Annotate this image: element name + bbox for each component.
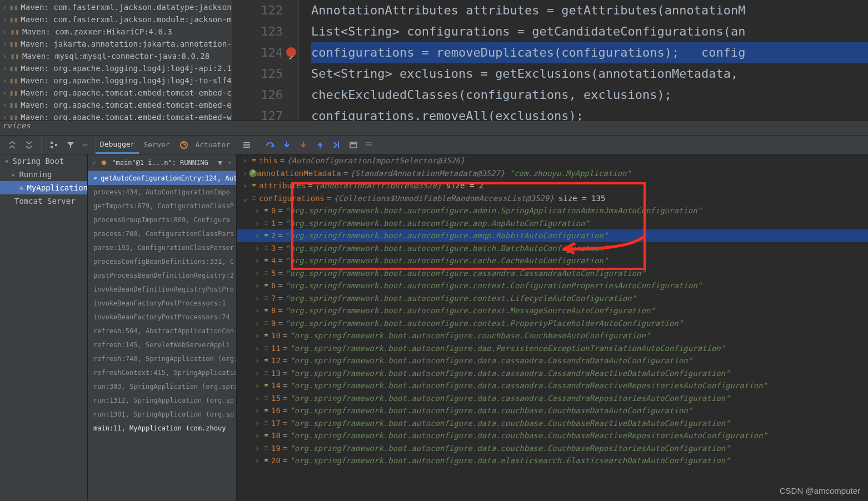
tab-actuator[interactable]: Actuator bbox=[191, 141, 235, 149]
editor-code-area: AnnotationAttributes attributes = getAtt… bbox=[299, 0, 868, 121]
tab-server[interactable]: Server bbox=[139, 141, 174, 149]
stack-frame[interactable]: invokeBeanFactoryPostProcessors:1 bbox=[88, 296, 236, 310]
debugger-toolbar: ⋯ Debugger Server Actuator bbox=[0, 136, 868, 154]
stack-frame[interactable]: main:11, MyApplication (com.zhouy bbox=[88, 421, 236, 435]
stack-frame[interactable]: postProcessBeanDefinitionRegistry:2 bbox=[88, 268, 236, 282]
svg-rect-10 bbox=[366, 144, 372, 146]
step-into-icon[interactable] bbox=[282, 141, 291, 149]
stack-frame[interactable]: invokeBeanFactoryPostProcessors:74 bbox=[88, 310, 236, 324]
force-step-into-icon[interactable] bbox=[299, 141, 308, 149]
variable-row[interactable]: ›≡attributes = {AnnotationAttributes@352… bbox=[237, 179, 868, 192]
tree-view-icon[interactable] bbox=[49, 141, 58, 149]
run-status-running[interactable]: ▸Running bbox=[0, 168, 87, 181]
svg-rect-1 bbox=[51, 146, 53, 148]
tree-item[interactable]: ›▮▮Maven: com.fasterxml.jackson.datatype… bbox=[0, 1, 232, 13]
expand-all-icon[interactable] bbox=[8, 141, 17, 149]
tree-item[interactable]: ›▮▮Maven: mysql:mysql-connector-java:8.0… bbox=[0, 50, 232, 62]
variable-row[interactable]: ›≡12 = "org.springframework.boot.autocon… bbox=[237, 354, 868, 367]
variable-row[interactable]: ›≡11 = "org.springframework.boot.autocon… bbox=[237, 342, 868, 355]
variable-row[interactable]: ›≡13 = "org.springframework.boot.autocon… bbox=[237, 367, 868, 380]
variable-row[interactable]: ›≡8 = "org.springframework.boot.autoconf… bbox=[237, 304, 868, 317]
svg-rect-9 bbox=[366, 142, 372, 143]
variables-panel[interactable]: ›≡this = {AutoConfigurationImportSelecto… bbox=[237, 154, 868, 501]
run-group-springboot[interactable]: ▾Spring Boot bbox=[0, 154, 87, 168]
variable-row[interactable]: ›≡7 = "org.springframework.boot.autoconf… bbox=[237, 292, 868, 305]
code-editor[interactable]: 122123124125126127 AnnotationAttributes … bbox=[232, 0, 868, 121]
tree-item[interactable]: ›▮▮Maven: com.zaxxer:HikariCP:4.0.3 bbox=[0, 26, 232, 38]
variable-row[interactable]: ›≡6 = "org.springframework.boot.autoconf… bbox=[237, 279, 868, 292]
variable-row[interactable]: ›≡2 = "org.springframework.boot.autoconf… bbox=[237, 229, 868, 242]
frames-panel[interactable]: ✓ "main"@1 i...n": RUNNING ▼ ▾ ↶getAutoC… bbox=[88, 154, 237, 501]
stack-frame[interactable]: parse:193, ConfigurationClassParser bbox=[88, 241, 236, 254]
variable-row[interactable]: ›PannotationMetadata = {StandardAnnotati… bbox=[237, 167, 868, 180]
variable-row[interactable]: ›≡16 = "org.springframework.boot.autocon… bbox=[237, 404, 868, 417]
svg-rect-2 bbox=[55, 144, 57, 146]
variable-row[interactable]: ›≡9 = "org.springframework.boot.autoconf… bbox=[237, 317, 868, 330]
svg-rect-4 bbox=[243, 142, 250, 143]
trace-icon[interactable] bbox=[365, 141, 373, 149]
stack-frame[interactable]: processConfigBeanDefinitions:331, C bbox=[88, 254, 236, 268]
tree-item[interactable]: ›▮▮Maven: org.apache.tomcat.embed:tomcat… bbox=[0, 111, 232, 121]
variable-row[interactable]: ›≡this = {AutoConfigurationImportSelecto… bbox=[237, 154, 868, 167]
collapse-all-icon[interactable] bbox=[24, 141, 33, 149]
variable-row[interactable]: ›≡19 = "org.springframework.boot.autocon… bbox=[237, 442, 868, 455]
run-configurations-panel[interactable]: ▾Spring Boot ▸Running ✳MyApplication Tom… bbox=[0, 154, 88, 501]
variable-row[interactable]: ⌄≡configurations = {Collections$Unmodifi… bbox=[237, 192, 868, 205]
svg-rect-8 bbox=[351, 143, 356, 144]
svg-rect-0 bbox=[51, 142, 53, 144]
variable-row[interactable]: ›≡18 = "org.springframework.boot.autocon… bbox=[237, 429, 868, 442]
variable-row[interactable]: ›≡14 = "org.springframework.boot.autocon… bbox=[237, 379, 868, 392]
tree-item[interactable]: ›▮▮Maven: org.apache.tomcat.embed:tomcat… bbox=[0, 87, 232, 99]
variable-row[interactable]: ›≡5 = "org.springframework.boot.autoconf… bbox=[237, 267, 868, 280]
tab-debugger[interactable]: Debugger bbox=[96, 136, 139, 154]
variable-row[interactable]: ›≡20 = "org.springframework.boot.autocon… bbox=[237, 454, 868, 467]
variable-row[interactable]: ›≡0 = "org.springframework.boot.autoconf… bbox=[237, 204, 868, 217]
stack-frame[interactable]: run:1301, SpringApplication (org.sp bbox=[88, 407, 236, 421]
tree-item[interactable]: ›▮▮Maven: org.apache.tomcat.embed:tomcat… bbox=[0, 99, 232, 111]
stack-frame[interactable]: refresh:145, ServletWebServerAppli bbox=[88, 338, 236, 352]
tree-item[interactable]: ›▮▮Maven: com.fasterxml.jackson.module:j… bbox=[0, 13, 232, 26]
run-item-myapplication[interactable]: ✳MyApplication bbox=[0, 181, 87, 194]
services-tab-label[interactable]: rvices bbox=[0, 121, 868, 136]
layout-icon[interactable] bbox=[242, 141, 251, 149]
project-tree[interactable]: ›▮▮Maven: com.fasterxml.jackson.datatype… bbox=[0, 0, 232, 121]
stack-frame[interactable]: run:1312, SpringApplication (org.sp bbox=[88, 393, 236, 407]
step-out-icon[interactable] bbox=[316, 141, 325, 149]
actuator-icon bbox=[179, 141, 188, 149]
stack-frame[interactable]: invokeBeanDefinitionRegistryPostPro bbox=[88, 282, 236, 296]
watermark: CSDN @amcomputer bbox=[780, 486, 860, 495]
tree-item[interactable]: ›▮▮Maven: jakarta.annotation:jakarta.ann… bbox=[0, 38, 232, 50]
stack-frame[interactable]: refresh:740, SpringApplication (org. bbox=[88, 352, 236, 365]
evaluate-expression-icon[interactable] bbox=[349, 141, 358, 149]
stack-frame[interactable]: run:303, SpringApplication (org.spri bbox=[88, 379, 236, 393]
variable-row[interactable]: ›≡15 = "org.springframework.boot.autocon… bbox=[237, 392, 868, 405]
filter-icon[interactable] bbox=[66, 141, 75, 149]
stack-frame[interactable]: refreshContext:415, SpringApplicatio bbox=[88, 365, 236, 379]
stack-frame[interactable]: processGroupImports:809, Configura bbox=[88, 213, 236, 227]
editor-gutter: 122123124125126127 bbox=[232, 0, 299, 121]
step-over-icon[interactable] bbox=[266, 141, 275, 149]
run-to-cursor-icon[interactable] bbox=[332, 141, 341, 149]
stack-frame[interactable]: getImports:879, ConfigurationClassP bbox=[88, 199, 236, 213]
variable-row[interactable]: ›≡17 = "org.springframework.boot.autocon… bbox=[237, 417, 868, 430]
variable-row[interactable]: ›≡3 = "org.springframework.boot.autoconf… bbox=[237, 242, 868, 255]
svg-rect-6 bbox=[243, 147, 250, 148]
stack-frame[interactable]: process:780, ConfigurationClassPars bbox=[88, 227, 236, 241]
variable-row[interactable]: ›≡10 = "org.springframework.boot.autocon… bbox=[237, 329, 868, 342]
svg-rect-7 bbox=[350, 142, 357, 148]
stack-frame[interactable]: ↶getAutoConfigurationEntry:124, Auto bbox=[88, 171, 236, 185]
frames-thread-selector[interactable]: ✓ "main"@1 i...n": RUNNING ▼ ▾ bbox=[88, 154, 236, 171]
stack-frame[interactable]: process:434, AutoConfigurationImpo bbox=[88, 185, 236, 199]
stack-frame[interactable]: refresh:564, AbstractApplicationCon bbox=[88, 324, 236, 338]
variable-row[interactable]: ›≡4 = "org.springframework.boot.autoconf… bbox=[237, 254, 868, 267]
run-group-tomcat[interactable]: Tomcat Server bbox=[0, 194, 87, 208]
svg-rect-5 bbox=[243, 144, 250, 146]
tree-item[interactable]: ›▮▮Maven: org.apache.logging.log4j:log4j… bbox=[0, 62, 232, 74]
tree-item[interactable]: ›▮▮Maven: org.apache.logging.log4j:log4j… bbox=[0, 74, 232, 87]
filter-icon[interactable]: ▼ bbox=[218, 159, 222, 167]
variable-row[interactable]: ›≡1 = "org.springframework.boot.autoconf… bbox=[237, 217, 868, 230]
